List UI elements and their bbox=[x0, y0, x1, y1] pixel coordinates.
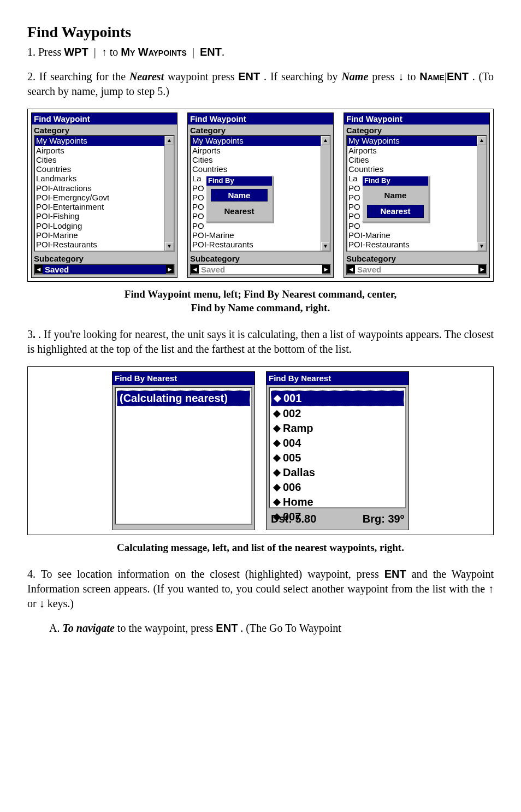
t: 001 bbox=[283, 391, 301, 406]
list-item[interactable]: PO bbox=[191, 221, 321, 230]
list-item[interactable]: Countries bbox=[35, 164, 164, 174]
list-item[interactable]: Dallas bbox=[271, 465, 404, 480]
period: . bbox=[222, 46, 224, 58]
list-item[interactable]: Landmarks bbox=[35, 174, 164, 183]
scrollbar[interactable]: ▲ ▼ bbox=[477, 136, 486, 251]
list-item[interactable]: Countries bbox=[191, 164, 321, 174]
subcategory-label: Subcategory bbox=[344, 253, 489, 263]
find-by-nearest-option[interactable]: Nearest bbox=[367, 205, 424, 217]
list-item[interactable]: POI-Lodging bbox=[35, 221, 164, 230]
t: Find Waypoint menu, left; Find By Neares… bbox=[125, 288, 396, 300]
t: A. bbox=[49, 622, 62, 634]
scroll-up-icon[interactable]: ▲ bbox=[321, 136, 330, 145]
waypoint-icon bbox=[273, 440, 281, 447]
t: press bbox=[372, 70, 398, 82]
list-item[interactable]: Cities bbox=[191, 155, 321, 164]
list-item[interactable]: POI-Restaurants bbox=[347, 240, 477, 249]
t: . If you're looking for nearest, the uni… bbox=[27, 328, 494, 355]
result-list[interactable]: 001 002 Ramp 004 005 Dallas 006 Home 007 bbox=[269, 387, 406, 508]
list-item[interactable]: Ramp bbox=[271, 421, 404, 436]
list-item[interactable]: Airports bbox=[35, 146, 164, 155]
list-item[interactable]: My Waypoints bbox=[191, 136, 321, 145]
chevron-left-icon[interactable]: ◄ bbox=[191, 265, 199, 274]
waypoint-icon bbox=[273, 484, 281, 491]
t: Find by Name command, right. bbox=[191, 302, 330, 313]
find-waypoint-panel-1: Find Waypoint Category My Waypoints Airp… bbox=[31, 112, 177, 278]
chevron-right-icon[interactable]: ► bbox=[478, 265, 486, 274]
t: 004 bbox=[283, 436, 301, 451]
popup-title: Find By bbox=[206, 176, 272, 186]
chevron-right-icon[interactable]: ► bbox=[322, 265, 330, 274]
list-item[interactable]: POI-Restaurants bbox=[191, 240, 321, 249]
subcategory-select[interactable]: ◄ Saved ► bbox=[346, 264, 487, 275]
page-title: Find Waypoints bbox=[27, 22, 494, 43]
list-item[interactable]: POI-Sports bbox=[35, 249, 164, 251]
list-item[interactable]: POI-Marine bbox=[191, 230, 321, 240]
list-item[interactable]: PO bbox=[347, 221, 477, 230]
key-wpt: WPT bbox=[64, 46, 88, 58]
list-item[interactable]: POI-Restaurants bbox=[35, 240, 164, 249]
find-by-nearest-list-panel: Find By Nearest 001 002 Ramp 004 005 Dal… bbox=[266, 371, 409, 530]
scrollbar[interactable]: ▲ ▼ bbox=[321, 136, 330, 251]
category-label: Category bbox=[32, 125, 177, 135]
list-item[interactable]: Cities bbox=[347, 155, 477, 164]
down-arrow-icon: ↓ bbox=[39, 597, 45, 609]
list-item[interactable]: POI-Sports bbox=[347, 249, 477, 251]
list-item[interactable]: POI-Emergncy/Govt bbox=[35, 193, 164, 202]
find-by-name-option[interactable]: Name bbox=[211, 189, 268, 201]
list-item[interactable]: 004 bbox=[271, 436, 404, 451]
list-item[interactable]: Airports bbox=[191, 146, 321, 155]
category-label: Category bbox=[188, 125, 333, 135]
list-item[interactable]: 006 bbox=[271, 480, 404, 495]
t: Ramp bbox=[283, 421, 313, 436]
list-item[interactable]: POI-Sports bbox=[191, 249, 321, 251]
find-by-name-option[interactable]: Name bbox=[367, 189, 424, 201]
scrollbar[interactable]: ▲ ▼ bbox=[164, 136, 174, 251]
t: . If searching by bbox=[264, 70, 341, 82]
t: . bbox=[33, 328, 35, 340]
list-item[interactable]: 007 bbox=[271, 509, 404, 524]
chevron-right-icon[interactable]: ► bbox=[166, 265, 174, 274]
scroll-down-icon[interactable]: ▼ bbox=[321, 242, 330, 251]
result-list[interactable]: (Calculating nearest) bbox=[115, 387, 252, 525]
scroll-down-icon[interactable]: ▼ bbox=[477, 242, 486, 251]
find-by-nearest-option[interactable]: Nearest bbox=[211, 205, 268, 217]
find-waypoint-panel-3: Find Waypoint Category My Waypoints Airp… bbox=[344, 112, 490, 278]
list-item[interactable]: 001 bbox=[271, 390, 404, 406]
chevron-left-icon[interactable]: ◄ bbox=[35, 265, 43, 274]
nearest-label: Nearest bbox=[129, 70, 164, 82]
list-item[interactable]: Home bbox=[271, 495, 404, 509]
list-item[interactable]: Cities bbox=[35, 155, 164, 164]
category-list[interactable]: My Waypoints Airports Cities Countries L… bbox=[34, 135, 175, 252]
figure-1: Find Waypoint Category My Waypoints Airp… bbox=[27, 109, 494, 282]
up-arrow-icon: ↑ bbox=[488, 583, 494, 595]
pipe: | bbox=[192, 46, 194, 58]
list-item[interactable]: 005 bbox=[271, 451, 404, 465]
list-item[interactable]: Airports bbox=[347, 146, 477, 155]
list-item[interactable]: 002 bbox=[271, 406, 404, 421]
t: waypoint press bbox=[168, 70, 238, 82]
panel-title: Find By Nearest bbox=[267, 372, 408, 385]
list-item[interactable]: My Waypoints bbox=[35, 136, 164, 145]
category-list[interactable]: My Waypoints Airports Cities Countries L… bbox=[346, 135, 487, 252]
list-item[interactable]: POI-Entertainment bbox=[35, 202, 164, 211]
pipe: | bbox=[94, 46, 96, 58]
chevron-left-icon[interactable]: ◄ bbox=[347, 265, 355, 274]
subcategory-select[interactable]: ◄ Saved ► bbox=[34, 264, 175, 275]
list-item[interactable]: POI-Attractions bbox=[35, 183, 164, 193]
subcategory-select[interactable]: ◄ Saved ► bbox=[190, 264, 331, 275]
list-item[interactable]: Countries bbox=[347, 164, 477, 174]
to-navigate-label: To navigate bbox=[62, 622, 114, 634]
list-item[interactable]: POI-Marine bbox=[35, 230, 164, 240]
step-2: 2. If searching for the Nearest waypoint… bbox=[27, 69, 494, 99]
find-waypoint-panel-2: Find Waypoint Category My Waypoints Airp… bbox=[187, 112, 334, 278]
list-item[interactable]: POI-Fishing bbox=[35, 211, 164, 221]
panel-title: Find Waypoint bbox=[32, 113, 177, 125]
scroll-down-icon[interactable]: ▼ bbox=[165, 242, 174, 251]
scroll-up-icon[interactable]: ▲ bbox=[165, 136, 174, 145]
category-list[interactable]: My Waypoints Airports Cities Countries L… bbox=[190, 135, 331, 252]
waypoint-icon bbox=[273, 499, 281, 506]
scroll-up-icon[interactable]: ▲ bbox=[477, 136, 486, 145]
list-item[interactable]: My Waypoints bbox=[347, 136, 477, 145]
list-item[interactable]: POI-Marine bbox=[347, 230, 477, 240]
